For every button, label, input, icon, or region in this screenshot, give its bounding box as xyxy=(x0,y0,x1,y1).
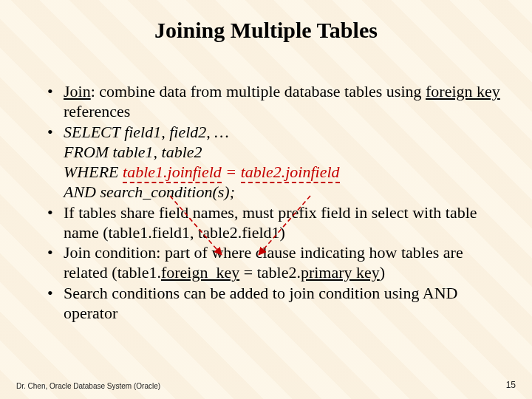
text: = table2. xyxy=(239,263,301,282)
sql-where-line: WHERE table1.joinfield = table2.joinfiel… xyxy=(64,163,340,183)
bullet-search-conditions: Search conditions can be added to join c… xyxy=(44,283,502,324)
slide-number: 15 xyxy=(506,380,516,390)
sql-select-line: SELECT field1, field2, … xyxy=(64,123,229,141)
joinfield-left: table1.joinfield xyxy=(123,163,222,183)
sql-and-line: AND search_condition(s); xyxy=(64,183,235,201)
sql-from-line: FROM table1, table2 xyxy=(64,143,202,161)
kw-from: FROM xyxy=(64,143,109,161)
text: table1, table2 xyxy=(109,143,202,161)
text: search_condition(s); xyxy=(96,183,235,201)
foreign-key-term: foreign_key xyxy=(161,263,239,282)
foreign-key-term: foreign key xyxy=(426,82,500,100)
slide-body: Join: combine data from multiple databas… xyxy=(44,81,502,323)
text: references xyxy=(64,102,130,120)
kw-and: AND xyxy=(64,183,96,201)
bullet-join-condition: Join condition: part of where clause ind… xyxy=(44,242,502,283)
slide: Joining Multiple Tables Join: combine da… xyxy=(0,0,532,399)
kw-where: WHERE xyxy=(64,163,123,181)
join-term: Join xyxy=(64,82,91,100)
joinfield-right: table2.joinfield xyxy=(241,163,340,183)
bullet-sql-syntax: SELECT field1, field2, … FROM table1, ta… xyxy=(44,122,502,202)
footer-author: Dr. Chen, Oracle Database System (Oracle… xyxy=(16,382,160,390)
bullet-list: Join: combine data from multiple databas… xyxy=(44,81,502,323)
equals: = xyxy=(222,163,241,181)
text: : combine data from multiple database ta… xyxy=(91,82,426,100)
primary-key-term: primary key xyxy=(301,263,380,282)
kw-select: SELECT xyxy=(64,123,120,141)
bullet-join-definition: Join: combine data from multiple databas… xyxy=(44,81,502,122)
text: field1, field2, … xyxy=(120,123,229,141)
slide-title: Joining Multiple Tables xyxy=(0,18,532,43)
bullet-prefix-note: If tables share field names, must prefix… xyxy=(44,202,502,243)
text: ) xyxy=(380,263,385,282)
